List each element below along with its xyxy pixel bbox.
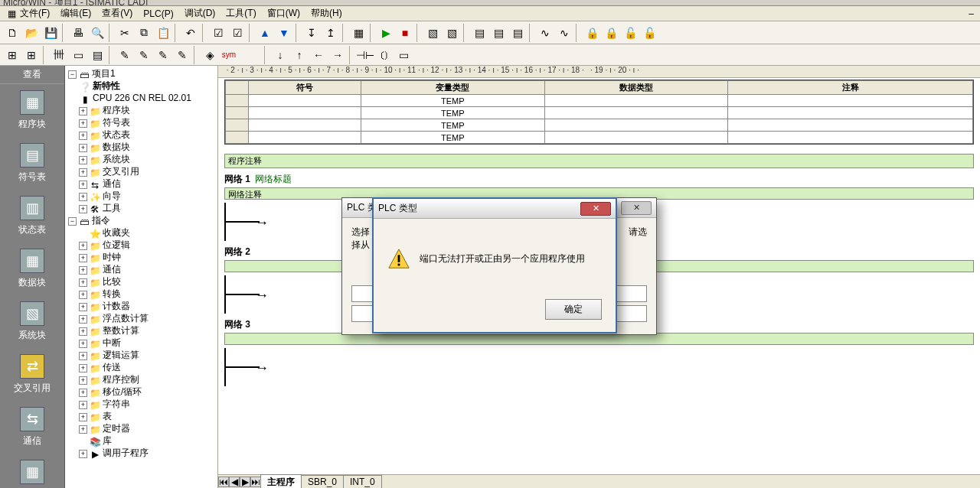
download-icon[interactable]: ▼ <box>275 24 293 42</box>
tree-instr-item[interactable]: 浮点数计算 <box>103 313 149 324</box>
bookmark-icon[interactable]: ◈ <box>201 46 219 64</box>
menu-edit[interactable]: 编辑(E) <box>56 5 96 21</box>
tree-instr-item[interactable]: 比较 <box>103 276 121 287</box>
expand-icon[interactable]: + <box>79 132 87 140</box>
ladder-rung[interactable]: → <box>224 348 974 386</box>
expand-icon[interactable]: + <box>79 401 87 409</box>
vartable-cell[interactable] <box>728 95 973 107</box>
upload-icon[interactable]: ▲ <box>256 24 274 42</box>
expand-icon[interactable]: + <box>79 156 87 164</box>
sidenav-system-block[interactable]: ▧系统块 <box>0 295 64 348</box>
vartable-cell[interactable] <box>249 119 361 132</box>
vartable-cell[interactable] <box>249 132 361 144</box>
expand-icon[interactable]: + <box>79 168 87 177</box>
menu-help[interactable]: 帮助(H) <box>306 5 347 21</box>
close-icon[interactable]: ✕ <box>621 201 652 215</box>
t4-icon[interactable]: ✎ <box>173 46 191 64</box>
tree-node[interactable]: 系统块 <box>103 154 130 164</box>
wire-up-icon[interactable]: ↑ <box>290 46 309 64</box>
wire-left-icon[interactable]: ← <box>309 46 328 64</box>
sort-asc-icon[interactable]: ↧ <box>302 24 321 42</box>
tree-node[interactable]: 向导 <box>103 190 121 201</box>
expand-icon[interactable]: + <box>79 364 87 373</box>
tree-node[interactable]: 程序块 <box>103 105 130 115</box>
sidenav-cross-ref[interactable]: ⇄交叉引用 <box>0 348 64 401</box>
mdi-minimize-icon[interactable]: – <box>965 8 977 19</box>
vartable-cell[interactable] <box>544 132 727 144</box>
vartable-cell[interactable]: TEMP <box>361 107 544 119</box>
tree-node[interactable]: 工具 <box>103 203 121 213</box>
tree-instr-item[interactable]: 整数计算 <box>103 325 139 336</box>
expand-icon[interactable]: + <box>79 450 87 458</box>
ok-button[interactable]: 确定 <box>545 299 602 320</box>
expand-icon[interactable]: + <box>79 193 87 201</box>
expand-icon[interactable]: + <box>79 315 87 324</box>
sym-toggle-icon[interactable]: sym <box>220 46 238 64</box>
expand-icon[interactable]: + <box>79 144 87 152</box>
cut-icon[interactable]: ✂ <box>116 24 134 42</box>
vartable-cell[interactable] <box>249 95 361 107</box>
expand-icon[interactable]: + <box>79 303 87 311</box>
expand-icon[interactable]: + <box>79 291 87 299</box>
tree-instr-item[interactable]: 通信 <box>103 264 121 275</box>
expand-icon[interactable]: + <box>79 327 87 336</box>
expand-icon[interactable]: + <box>79 376 87 385</box>
chart1-icon[interactable]: ▤ <box>470 24 488 42</box>
expand-icon[interactable]: + <box>79 254 87 262</box>
fbd-icon[interactable]: ▭ <box>69 46 87 64</box>
t3-icon[interactable]: ✎ <box>154 46 172 64</box>
stop-icon[interactable]: ■ <box>396 24 414 42</box>
vartable-cell[interactable]: TEMP <box>361 119 544 132</box>
save-icon[interactable]: 💾 <box>41 24 60 42</box>
project-tree[interactable]: −🗃项目1 ❔新特性 ▮CPU 226 CN REL 02.01 +📁程序块 +… <box>65 66 218 488</box>
tab-nav-first-icon[interactable]: ⏮ <box>218 477 229 487</box>
tree-instr-item[interactable]: 库 <box>103 435 112 446</box>
print-preview-icon[interactable]: 🔍 <box>88 24 106 42</box>
vartable-cell[interactable] <box>226 107 249 119</box>
expand-icon[interactable]: + <box>79 119 87 128</box>
tree-instr-item[interactable]: 字符串 <box>103 399 130 409</box>
new-icon[interactable]: 🗋 <box>3 24 21 42</box>
vartable-cell[interactable] <box>728 119 973 132</box>
vartable-cell[interactable]: TEMP <box>361 132 544 144</box>
sidenav-comm[interactable]: ⇆通信 <box>0 401 64 454</box>
tab-nav-next-icon[interactable]: ▶ <box>240 477 250 487</box>
chart2-icon[interactable]: ▤ <box>489 24 508 42</box>
variable-table[interactable]: 符号 变量类型 数据类型 注释 TEMPTEMPTEMPTEMP <box>224 80 974 145</box>
lad-icon[interactable]: 卌 <box>50 46 68 64</box>
vartable-cell[interactable] <box>544 107 727 119</box>
tab-nav-prev-icon[interactable]: ◀ <box>229 477 240 487</box>
lock1-icon[interactable]: 🔒 <box>583 24 601 42</box>
expand-icon[interactable]: + <box>79 266 87 275</box>
close-icon[interactable]: ✕ <box>580 202 611 216</box>
expand-icon[interactable]: + <box>79 352 87 360</box>
tree-instr-item[interactable]: 移位/循环 <box>103 386 142 397</box>
box-icon[interactable]: ▭ <box>394 46 413 64</box>
monitor1-icon[interactable]: ▧ <box>423 24 442 42</box>
tree-newfeat[interactable]: 新特性 <box>93 80 120 91</box>
expand-icon[interactable]: + <box>79 413 87 421</box>
expand-icon[interactable]: + <box>79 242 87 250</box>
program-comment[interactable]: 程序注释 <box>224 154 974 168</box>
vartable-cell[interactable] <box>226 95 249 107</box>
tree-node[interactable]: 通信 <box>103 178 121 189</box>
sidenav-symbol-table[interactable]: ▤符号表 <box>0 137 64 190</box>
sidenav-pgpc[interactable]: ▦设置 PG/PC 接口 <box>0 454 64 488</box>
run-icon[interactable]: ▶ <box>377 24 395 42</box>
t2-icon[interactable]: ✎ <box>135 46 153 64</box>
sidenav-status-table[interactable]: ▥状态表 <box>0 190 64 242</box>
sidenav-program-block[interactable]: ▦程序块 <box>0 84 64 137</box>
copy-icon[interactable]: ⧉ <box>135 24 153 42</box>
sidenav-data-block[interactable]: ▦数据块 <box>0 242 64 295</box>
tree-node[interactable]: 状态表 <box>103 129 130 140</box>
tree-instr-item[interactable]: 程序控制 <box>103 374 139 385</box>
open-icon[interactable]: 📂 <box>22 24 41 42</box>
network-title[interactable]: 网络 1网络标题 <box>224 173 974 186</box>
menu-window[interactable]: 窗口(W) <box>263 5 305 21</box>
lock4-icon[interactable]: 🔓 <box>640 24 658 42</box>
compile-icon[interactable]: ☑ <box>209 24 227 42</box>
contact-icon[interactable]: ⊣⊢ <box>356 46 374 64</box>
tree-instr-item[interactable]: 中断 <box>103 337 121 348</box>
expand-icon[interactable]: − <box>68 70 77 79</box>
vartable-cell[interactable] <box>544 95 727 107</box>
